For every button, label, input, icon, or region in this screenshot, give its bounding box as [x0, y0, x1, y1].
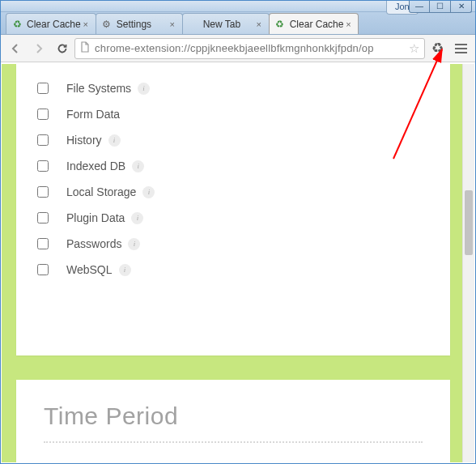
tab-3[interactable]: ♻Clear Cache×: [269, 13, 359, 34]
option-label: History: [66, 134, 102, 147]
option-row: WebSQLi: [37, 257, 432, 283]
tab-label: Settings: [117, 19, 168, 30]
option-checkbox[interactable]: [37, 134, 49, 146]
tab-close-icon[interactable]: ×: [254, 19, 264, 29]
window-titlebar: Jon — ☐ ✕: [1, 1, 475, 12]
option-checkbox[interactable]: [37, 238, 49, 249]
option-label: Plugin Data: [66, 211, 125, 224]
info-icon[interactable]: i: [108, 134, 121, 147]
extension-recycle-icon[interactable]: ♻: [426, 37, 448, 60]
tab-strip: ♻Clear Cache×⚙Settings×New Tab×♻Clear Ca…: [1, 12, 475, 35]
option-row: Local Storagei: [37, 179, 432, 205]
option-label: Indexed DB: [66, 160, 125, 172]
info-icon[interactable]: i: [128, 238, 140, 250]
tab-favicon-icon: ♻: [11, 19, 23, 30]
option-checkbox[interactable]: [37, 109, 49, 120]
back-button[interactable]: [4, 37, 27, 60]
tab-close-icon[interactable]: ×: [343, 19, 353, 29]
reload-button[interactable]: [51, 37, 74, 60]
tab-favicon-icon: ⚙: [101, 19, 113, 30]
option-row: Plugin Datai: [37, 205, 432, 231]
time-period-card: Time Period Last HourLast DayLast Week: [16, 380, 450, 462]
bookmark-star-icon[interactable]: ☆: [406, 41, 421, 56]
tab-close-icon[interactable]: ×: [168, 19, 177, 29]
forward-button[interactable]: [28, 37, 50, 60]
tab-label: Clear Cache: [290, 19, 344, 30]
info-icon[interactable]: i: [131, 212, 143, 224]
address-url: chrome-extension://cppjkneekbjaeellbfkmg…: [95, 42, 403, 54]
option-checkbox[interactable]: [37, 186, 49, 198]
time-period-heading: Time Period: [44, 402, 423, 430]
vertical-scrollbar[interactable]: [462, 64, 474, 462]
option-checkbox[interactable]: [37, 160, 49, 172]
option-label: WebSQL: [66, 263, 113, 276]
info-icon[interactable]: i: [142, 186, 155, 198]
tab-2[interactable]: New Tab×: [182, 13, 270, 34]
timeperiod-row: Last Hour: [44, 458, 423, 462]
window-buttons: — ☐ ✕: [409, 0, 472, 13]
scrollbar-thumb[interactable]: [465, 190, 473, 255]
tab-favicon-icon: ♻: [274, 19, 286, 30]
page-icon: [79, 41, 91, 55]
option-label: Passwords: [66, 237, 121, 250]
time-period-options: Last HourLast DayLast Week: [44, 458, 423, 462]
option-row: File Systemsi: [37, 75, 432, 101]
divider: [44, 441, 423, 443]
option-row: Historyi: [37, 127, 432, 153]
option-label: File Systems: [66, 82, 131, 95]
tab-0[interactable]: ♻Clear Cache×: [6, 13, 96, 34]
tab-favicon-icon: [188, 19, 199, 30]
tab-label: New Tab: [203, 19, 254, 30]
option-row: Form Data: [37, 101, 432, 127]
address-bar[interactable]: chrome-extension://cppjkneekbjaeellbfkmg…: [74, 38, 425, 59]
window-minimize[interactable]: —: [409, 0, 430, 13]
clear-data-options: File SystemsiForm DataHistoryiIndexed DB…: [37, 75, 432, 283]
page-viewport: File SystemsiForm DataHistoryiIndexed DB…: [2, 64, 474, 462]
option-label: Local Storage: [66, 185, 136, 198]
option-label: Form Data: [66, 108, 120, 121]
tab-label: Clear Cache: [27, 19, 81, 30]
info-icon[interactable]: i: [132, 160, 144, 172]
option-checkbox[interactable]: [37, 83, 49, 94]
tab-1[interactable]: ⚙Settings×: [96, 13, 183, 34]
option-checkbox[interactable]: [37, 212, 49, 223]
clear-data-card: File SystemsiForm DataHistoryiIndexed DB…: [16, 64, 450, 355]
option-row: Indexed DBi: [37, 153, 432, 179]
tab-close-icon[interactable]: ×: [81, 19, 91, 29]
menu-button[interactable]: [449, 37, 472, 60]
info-icon[interactable]: i: [138, 83, 150, 95]
info-icon[interactable]: i: [119, 264, 131, 276]
option-row: Passwordsi: [37, 231, 432, 257]
window-maximize[interactable]: ☐: [430, 0, 451, 13]
option-checkbox[interactable]: [37, 264, 49, 275]
browser-toolbar: chrome-extension://cppjkneekbjaeellbfkmg…: [1, 35, 475, 62]
window-close[interactable]: ✕: [451, 0, 472, 13]
